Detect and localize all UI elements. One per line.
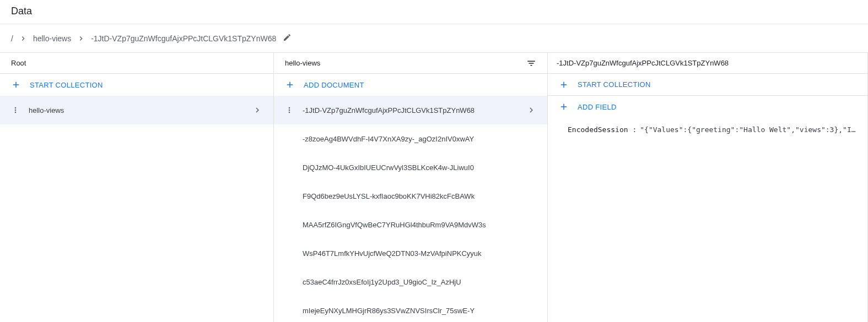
list-item[interactable]: DjQJzMO-4UkGxIbIUEUCrwVyl3SBLKceK4w-JLiw… — [274, 153, 547, 182]
list-item-label: DjQJzMO-4UkGxIbIUEUCrwVyl3SBLKceK4w-JLiw… — [303, 163, 536, 172]
root-column: Root START COLLECTION hello-views — [0, 53, 274, 322]
list-item[interactable]: MAA5rfZ6IGngVfQwBeC7YRuHGl4thbuRm9VA9Mdv… — [274, 210, 547, 239]
more-icon[interactable] — [11, 106, 20, 114]
plus-icon — [11, 80, 21, 90]
breadcrumb-root[interactable]: / — [11, 34, 13, 43]
start-collection-label: START COLLECTION — [30, 81, 103, 89]
list-item-label: c53aeC4frrJz0xsEfoIj1y2Upd3_U9gioC_Iz_Az… — [303, 278, 536, 286]
chevron-right-icon — [526, 105, 536, 115]
chevron-right-icon — [19, 34, 28, 43]
plus-icon — [559, 102, 569, 112]
plus-icon — [285, 80, 295, 90]
chevron-right-icon — [77, 34, 85, 43]
fields-column-header: -1JtD-VZp7guZnWfcgufAjxPPcJtCLGVk1STpZYn… — [548, 53, 867, 74]
fields-column-title: -1JtD-VZp7guZnWfcgufAjxPPcJtCLGVk1STpZYn… — [557, 59, 729, 67]
document-list: -1JtD-VZp7guZnWfcgufAjxPPcJtCLGVk1STpZYn… — [274, 96, 547, 322]
add-document-button[interactable]: ADD DOCUMENT — [274, 74, 547, 96]
breadcrumb-collection[interactable]: hello-views — [33, 34, 71, 43]
list-item[interactable]: hello-views — [0, 96, 273, 124]
list-item-label: MAA5rfZ6IGngVfQwBeC7YRuHGl4thbuRm9VA9Mdv… — [303, 221, 536, 229]
field-value: "{"Values":{"greeting":"Hallo Welt","vie… — [640, 125, 859, 134]
fields-column: -1JtD-VZp7guZnWfcgufAjxPPcJtCLGVk1STpZYn… — [548, 53, 868, 322]
start-collection-label: START COLLECTION — [578, 80, 651, 89]
documents-column-header: hello-views — [274, 53, 547, 74]
list-item-label: -z8zoeAg4BWVdhF-I4V7XnXA9zy-_agOzI2nIV0x… — [303, 135, 536, 143]
root-column-title: Root — [11, 59, 26, 67]
list-item-label: WsP46T7LmfkYHvUjcfWeQ2DTN03-MzVAfpiNPKCy… — [303, 249, 536, 258]
chevron-right-icon — [252, 105, 262, 115]
add-document-label: ADD DOCUMENT — [304, 81, 364, 89]
start-collection-button[interactable]: START COLLECTION — [0, 74, 273, 96]
more-icon[interactable] — [285, 106, 294, 114]
list-item-label: hello-views — [29, 106, 252, 114]
filter-icon[interactable] — [526, 58, 536, 68]
list-item-label: mIejeEyNXyLMHGjrR86ys3SVwZNVSIrsClr_75sw… — [303, 307, 536, 315]
list-item[interactable]: -1JtD-VZp7guZnWfcgufAjxPPcJtCLGVk1STpZYn… — [274, 96, 547, 124]
add-field-button[interactable]: ADD FIELD — [548, 96, 867, 118]
breadcrumb: / hello-views -1JtD-VZp7guZnWfcgufAjxPPc… — [0, 24, 868, 52]
documents-column: hello-views ADD DOCUMENT -1JtD-VZp7guZnW… — [274, 53, 548, 322]
field-row[interactable]: EncodedSession : "{"Values":{"greeting":… — [548, 118, 867, 134]
start-collection-button[interactable]: START COLLECTION — [548, 74, 867, 96]
list-item[interactable]: F9Qd6bez9eUsLYSL-kxfIaoc9boKK7VHi82kcFcB… — [274, 182, 547, 210]
list-item[interactable]: c53aeC4frrJz0xsEfoIj1y2Upd3_U9gioC_Iz_Az… — [274, 268, 547, 296]
page-header: Data — [0, 0, 868, 24]
breadcrumb-document[interactable]: -1JtD-VZp7guZnWfcgufAjxPPcJtCLGVk1STpZYn… — [91, 34, 276, 43]
list-item[interactable]: -z8zoeAg4BWVdhF-I4V7XnXA9zy-_agOzI2nIV0x… — [274, 124, 547, 153]
documents-column-title: hello-views — [285, 59, 320, 67]
list-item-label: -1JtD-VZp7guZnWfcgufAjxPPcJtCLGVk1STpZYn… — [303, 106, 526, 114]
list-item[interactable]: mIejeEyNXyLMHGjrR86ys3SVwZNVSIrsClr_75sw… — [274, 296, 547, 322]
data-columns: Root START COLLECTION hello-views hello-… — [0, 52, 868, 322]
page-title: Data — [11, 6, 857, 17]
list-item[interactable]: WsP46T7LmfkYHvUjcfWeQ2DTN03-MzVAfpiNPKCy… — [274, 239, 547, 268]
collection-list: hello-views — [0, 96, 273, 322]
root-column-header: Root — [0, 53, 273, 74]
plus-icon — [559, 80, 569, 90]
field-key: EncodedSession : — [568, 125, 637, 134]
edit-icon[interactable] — [283, 33, 292, 43]
add-field-label: ADD FIELD — [578, 103, 617, 111]
list-item-label: F9Qd6bez9eUsLYSL-kxfIaoc9boKK7VHi82kcFcB… — [303, 192, 536, 200]
